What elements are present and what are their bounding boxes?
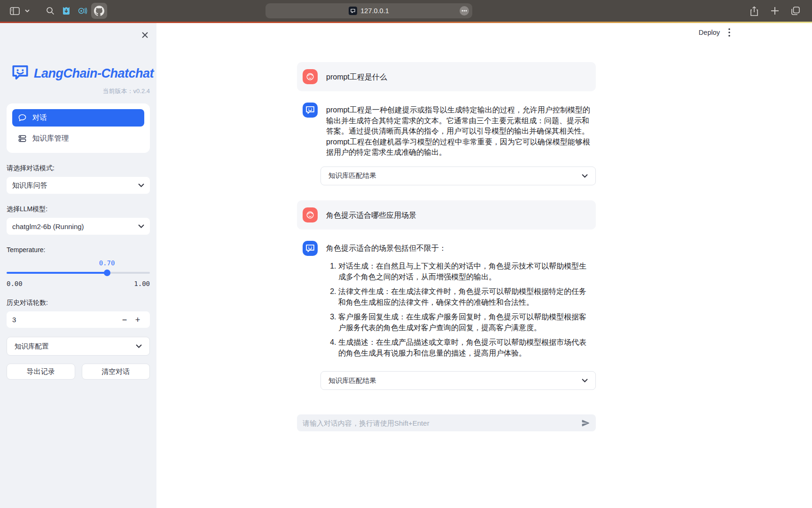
menu-item-dialogue[interactable]: 对话 bbox=[12, 109, 144, 127]
assistant-message: prompt工程是一种创建提示或指导以生成特定输出的过程，允许用户控制模型的输出… bbox=[297, 103, 596, 158]
sidebar-close-button[interactable] bbox=[140, 30, 150, 40]
slider-fill bbox=[7, 272, 107, 274]
new-tab-icon[interactable] bbox=[768, 4, 782, 18]
chat-input[interactable] bbox=[303, 419, 581, 427]
site-favicon-icon bbox=[349, 7, 357, 15]
menu-item-label: 知识库管理 bbox=[32, 134, 69, 143]
database-icon bbox=[18, 134, 27, 143]
assistant-message: 角色提示适合的场景包括但不限于：对话生成：在自然且与上下文相关的对话中，角色提示… bbox=[297, 241, 596, 363]
increment-button[interactable]: + bbox=[131, 316, 144, 324]
dialog-mode-label: 请选择对话模式: bbox=[7, 164, 150, 173]
kb-match-expander-label: 知识库匹配结果 bbox=[328, 376, 582, 385]
kb-match-expander[interactable]: 知识库匹配结果 bbox=[320, 167, 596, 185]
chevron-down-icon bbox=[582, 174, 588, 178]
message-list-item: 对话生成：在自然且与上下文相关的对话中，角色提示技术可以帮助模型生成多个角色之间… bbox=[338, 261, 590, 282]
share-icon[interactable] bbox=[747, 4, 761, 18]
slider-max-label: 1.00 bbox=[134, 280, 150, 287]
message-text: 角色提示适合哪些应用场景 bbox=[326, 207, 590, 221]
version-label: 当前版本：v0.2.4 bbox=[7, 87, 150, 95]
slider-range-labels: 0.00 1.00 bbox=[7, 280, 150, 287]
llm-model-label: 选择LLM模型: bbox=[7, 205, 150, 214]
history-rounds-value: 3 bbox=[12, 316, 118, 324]
chat-input-container[interactable] bbox=[297, 414, 596, 431]
chevron-down-icon bbox=[138, 224, 144, 228]
address-bar[interactable]: 127.0.0.1 bbox=[265, 3, 472, 18]
llm-model-select[interactable]: chatglm2-6b (Running) bbox=[7, 218, 150, 235]
message-list-item: 生成描述：在生成产品描述或文章时，角色提示可以帮助模型根据市场代表的角色生成具有… bbox=[338, 337, 590, 358]
user-message: prompt工程是什么 bbox=[297, 62, 596, 91]
kb-config-expander[interactable]: 知识库配置 bbox=[7, 337, 150, 356]
extension-bookmark-icon[interactable] bbox=[59, 4, 73, 18]
slider-thumb[interactable] bbox=[104, 270, 110, 276]
temperature-label: Temperature: bbox=[7, 246, 150, 254]
slider-value: 0.70 bbox=[99, 259, 115, 267]
send-icon[interactable] bbox=[581, 419, 590, 428]
assistant-avatar bbox=[303, 241, 318, 256]
tab-overview-icon[interactable] bbox=[789, 4, 803, 18]
address-more-icon[interactable] bbox=[460, 6, 469, 16]
chat-messages: prompt工程是什么prompt工程是一种创建提示或指导以生成特定输出的过程，… bbox=[297, 23, 596, 390]
search-icon[interactable] bbox=[43, 4, 57, 18]
menu-item-label: 对话 bbox=[32, 113, 47, 123]
kb-config-label: 知识库配置 bbox=[15, 342, 136, 351]
extension-scanner-icon[interactable] bbox=[75, 4, 89, 18]
user-avatar bbox=[303, 207, 318, 222]
chevron-down-icon bbox=[136, 344, 142, 348]
dialog-mode-select[interactable]: 知识库问答 bbox=[7, 177, 150, 194]
history-rounds-label: 历史对话轮数: bbox=[7, 299, 150, 307]
clear-dialog-button[interactable]: 清空对话 bbox=[82, 364, 150, 380]
chat-bubble-icon bbox=[18, 113, 27, 122]
chevron-down-icon bbox=[582, 379, 588, 382]
sidebar: LangChain-Chatchat 当前版本：v0.2.4 对话 知识库管理 … bbox=[0, 23, 156, 508]
sidebar-toggle-icon[interactable] bbox=[8, 4, 22, 18]
deploy-button[interactable]: Deploy bbox=[699, 29, 720, 36]
assistant-avatar bbox=[303, 103, 318, 118]
app-logo: LangChain-Chatchat bbox=[11, 64, 150, 82]
browser-toolbar: 127.0.0.1 bbox=[0, 0, 812, 22]
address-url: 127.0.0.1 bbox=[360, 7, 389, 15]
message-text: prompt工程是什么 bbox=[326, 69, 590, 83]
message-text: prompt工程是一种创建提示或指导以生成特定输出的过程，允许用户控制模型的输出… bbox=[326, 103, 590, 158]
message-list-item: 客户服务回复生成：在生成客户服务回复时，角色提示可以帮助模型根据客户服务代表的角… bbox=[338, 312, 590, 333]
temperature-slider[interactable]: 0.70 bbox=[7, 270, 150, 276]
message-list-item: 法律文件生成：在生成法律文件时，角色提示可以帮助模型根据特定的任务和角色生成相应… bbox=[338, 286, 590, 308]
export-history-button[interactable]: 导出记录 bbox=[7, 364, 75, 380]
main-menu-icon[interactable] bbox=[728, 28, 730, 37]
github-icon[interactable] bbox=[91, 3, 107, 19]
kb-match-expander[interactable]: 知识库匹配结果 bbox=[320, 371, 596, 390]
message-text: 角色提示适合的场景包括但不限于： bbox=[326, 241, 590, 254]
chevron-down-icon bbox=[138, 183, 144, 187]
chat-panel: prompt工程是什么prompt工程是一种创建提示或指导以生成特定输出的过程，… bbox=[297, 23, 596, 508]
app-title: LangChain-Chatchat bbox=[34, 66, 154, 81]
dialog-mode-value: 知识库问答 bbox=[12, 181, 138, 190]
user-avatar bbox=[303, 69, 318, 84]
kb-match-expander-label: 知识库匹配结果 bbox=[328, 171, 582, 180]
chatchat-logo-icon bbox=[11, 64, 29, 82]
decrement-button[interactable]: − bbox=[118, 316, 131, 324]
sidebar-menu: 对话 知识库管理 bbox=[7, 103, 150, 153]
user-message: 角色提示适合哪些应用场景 bbox=[297, 200, 596, 230]
llm-model-value: chatglm2-6b (Running) bbox=[12, 222, 138, 230]
history-rounds-input[interactable]: 3 − + bbox=[7, 311, 150, 328]
message-list: 对话生成：在自然且与上下文相关的对话中，角色提示技术可以帮助模型生成多个角色之间… bbox=[326, 261, 590, 358]
sidebar-chevron-icon[interactable] bbox=[23, 4, 31, 18]
slider-min-label: 0.00 bbox=[7, 280, 23, 287]
menu-item-knowledge-base[interactable]: 知识库管理 bbox=[12, 130, 144, 147]
